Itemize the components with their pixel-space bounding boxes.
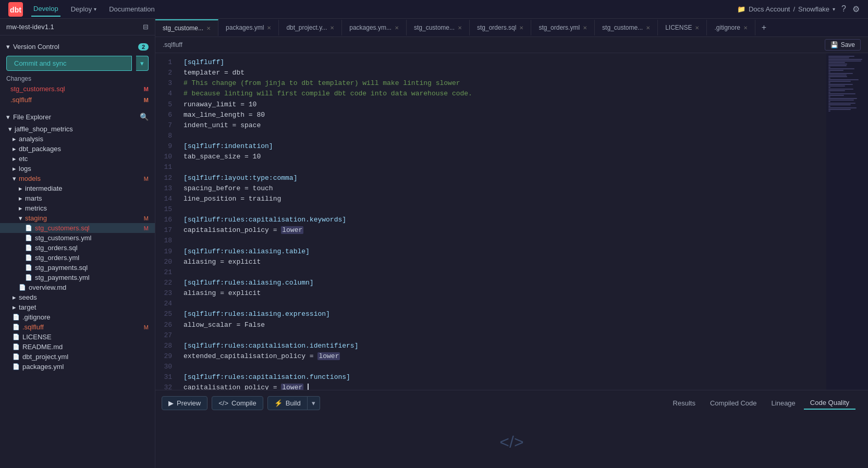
tree-item-gitignore[interactable]: 📄 .gitignore (0, 312, 155, 322)
tree-item-dbt-packages[interactable]: ▸ dbt_packages (0, 144, 155, 154)
version-control-title: ▾ Version Control (6, 43, 59, 51)
tree-item-metrics[interactable]: ▸ metrics (0, 203, 155, 213)
file-badge-sqlfluff: M (144, 97, 149, 103)
tabs-bar: stg_custome... ✕ packages.yml ✕ dbt_proj… (155, 19, 868, 37)
save-button[interactable]: 💾 Save (825, 39, 861, 51)
tab-close-icon[interactable]: ✕ (743, 25, 748, 31)
file-explorer-header[interactable]: ▾ File Explorer 🔍 (0, 109, 155, 124)
topbar-left: dbt Develop Deploy ▾ Documentation (8, 2, 157, 17)
tree-item-packages[interactable]: 📄 packages.yml (0, 362, 155, 372)
bottom-panel: ▶ Preview </> Compile ⚡ Build ▾ Results (155, 390, 868, 468)
tab-add-button[interactable]: + (755, 19, 773, 36)
tree-item-dbt-project[interactable]: 📄 dbt_project.yml (0, 352, 155, 362)
commit-row: Commit and sync ▾ (0, 54, 155, 73)
main-layout: mw-test-idev1.1 ⊟ ▾ Version Control 2 Co… (0, 19, 868, 468)
nav-deploy[interactable]: Deploy ▾ (69, 2, 99, 16)
tree-item-intermediate[interactable]: ▸ intermediate (0, 183, 155, 193)
tree-item-stg-payments-yml[interactable]: 📄 stg_payments.yml (0, 273, 155, 282)
tab-close-icon[interactable]: ✕ (646, 25, 650, 31)
tree-item-stg-customers-yml[interactable]: 📄 stg_customers.yml (0, 233, 155, 243)
tree-item-marts[interactable]: ▸ marts (0, 193, 155, 203)
tree-item-stg-orders-sql[interactable]: 📄 stg_orders.sql (0, 243, 155, 253)
changed-file-stg-customers[interactable]: stg_customers.sql M (0, 83, 155, 94)
sqlfluff-badge: M (144, 324, 149, 330)
result-tabs: Results Compiled Code Lineage Code Quali… (661, 393, 862, 413)
tab-close-icon[interactable]: ✕ (458, 25, 462, 31)
version-control-section: ▾ Version Control 2 Commit and sync ▾ Ch… (0, 35, 155, 109)
commit-sync-button[interactable]: Commit and sync (6, 56, 132, 71)
version-control-header[interactable]: ▾ Version Control 2 (0, 40, 155, 54)
tab-stg-orders-yml[interactable]: stg_orders.yml ✕ (531, 20, 595, 35)
commit-dropdown-button[interactable]: ▾ (136, 56, 149, 71)
compile-icon: </> (218, 399, 228, 407)
tree-item-analysis[interactable]: ▸ analysis (0, 134, 155, 144)
tab-close-icon[interactable]: ✕ (583, 25, 587, 31)
code-placeholder-icon: </> (499, 433, 523, 452)
compile-button[interactable]: </> Compile (212, 396, 263, 410)
editor-area: stg_custome... ✕ packages.yml ✕ dbt_proj… (155, 19, 868, 468)
dbt-logo: dbt (8, 2, 23, 17)
result-tab-code-quality[interactable]: Code Quality (804, 397, 855, 410)
tab-gitignore[interactable]: .gitignore ✕ (707, 20, 755, 35)
deploy-chevron-icon: ▾ (94, 6, 96, 12)
tab-close-icon[interactable]: ✕ (267, 25, 271, 31)
topbar: dbt Develop Deploy ▾ Documentation 📁 Doc… (0, 0, 868, 19)
result-tab-lineage[interactable]: Lineage (765, 397, 802, 409)
build-icon: ⚡ (274, 399, 283, 407)
tree-item-staging[interactable]: ▾ staging M (0, 213, 155, 223)
tab-stg-customers-1[interactable]: stg_custome... ✕ (155, 19, 218, 36)
folder-icon: ▸ (19, 204, 22, 212)
result-tab-compiled-code[interactable]: Compiled Code (704, 397, 763, 409)
tree-item-logs[interactable]: ▸ logs (0, 164, 155, 174)
tree-item-models[interactable]: ▾ models M (0, 174, 155, 183)
file-icon: 📄 (25, 244, 32, 251)
tab-dbt-project[interactable]: dbt_project.y... ✕ (279, 20, 342, 35)
tree-item-license[interactable]: 📄 LICENSE (0, 332, 155, 342)
tab-packages-ym[interactable]: packages.ym... ✕ (342, 20, 407, 35)
tab-close-icon[interactable]: ✕ (519, 25, 523, 31)
search-icon[interactable]: 🔍 (140, 113, 149, 121)
tab-stg-customers-3[interactable]: stg_custome... ✕ (595, 20, 658, 35)
preview-icon: ▶ (168, 399, 174, 407)
tree-item-etc[interactable]: ▸ etc (0, 154, 155, 164)
tree-item-jaffle[interactable]: ▾ jaffle_shop_metrics (0, 124, 155, 134)
nav-documentation[interactable]: Documentation (107, 2, 156, 16)
tree-item-readme[interactable]: 📄 README.md (0, 342, 155, 352)
models-badge: M (144, 176, 149, 182)
tree-item-seeds[interactable]: ▸ seeds (0, 292, 155, 302)
result-tab-results[interactable]: Results (667, 397, 702, 409)
tree-item-sqlfluff[interactable]: 📄 .sqlfluff M (0, 322, 155, 332)
changes-label: Changes (0, 73, 155, 83)
tab-stg-customers-2[interactable]: stg_custome... ✕ (407, 20, 470, 35)
collapse-icon[interactable]: ⊟ (143, 23, 149, 31)
changed-file-sqlfluff[interactable]: .sqlfluff M (0, 94, 155, 105)
folder-icon: ▸ (13, 155, 16, 163)
workspace-name: Snowflake (798, 5, 829, 13)
file-name-sqlfluff: .sqlfluff (10, 96, 32, 104)
folder-icon: ▾ (8, 125, 12, 133)
file-explorer-title: ▾ File Explorer (6, 113, 51, 121)
tree-item-stg-payments-sql[interactable]: 📄 stg_payments.sql (0, 263, 155, 273)
tab-stg-orders-sql[interactable]: stg_orders.sql ✕ (470, 20, 531, 35)
tree-item-target[interactable]: ▸ target (0, 302, 155, 312)
tab-close-icon[interactable]: ✕ (695, 25, 699, 31)
folder-icon: ▸ (13, 303, 16, 311)
tab-close-icon[interactable]: ✕ (206, 26, 211, 31)
code-editor[interactable]: [sqlfluff] templater = dbt # This change… (177, 53, 826, 390)
tab-close-icon[interactable]: ✕ (330, 25, 334, 31)
topbar-icons: ? ⚙ (841, 4, 860, 14)
file-icon: 📄 (13, 314, 20, 321)
tree-item-overview[interactable]: 📄 overview.md (0, 282, 155, 292)
tab-license[interactable]: LICENSE ✕ (658, 20, 707, 35)
folder-icon: ▸ (13, 293, 16, 301)
tree-item-stg-customers-sql[interactable]: 📄 stg_customers.sql M (0, 223, 155, 233)
settings-icon[interactable]: ⚙ (852, 4, 860, 14)
build-button[interactable]: ⚡ Build (267, 396, 308, 410)
tab-close-icon[interactable]: ✕ (395, 25, 399, 31)
tree-item-stg-orders-yml[interactable]: 📄 stg_orders.yml (0, 253, 155, 263)
preview-button[interactable]: ▶ Preview (162, 396, 207, 410)
help-icon[interactable]: ? (841, 4, 846, 14)
nav-develop[interactable]: Develop (31, 2, 60, 17)
tab-packages-yml[interactable]: packages.yml ✕ (218, 20, 279, 35)
build-dropdown-button[interactable]: ▾ (308, 396, 320, 410)
